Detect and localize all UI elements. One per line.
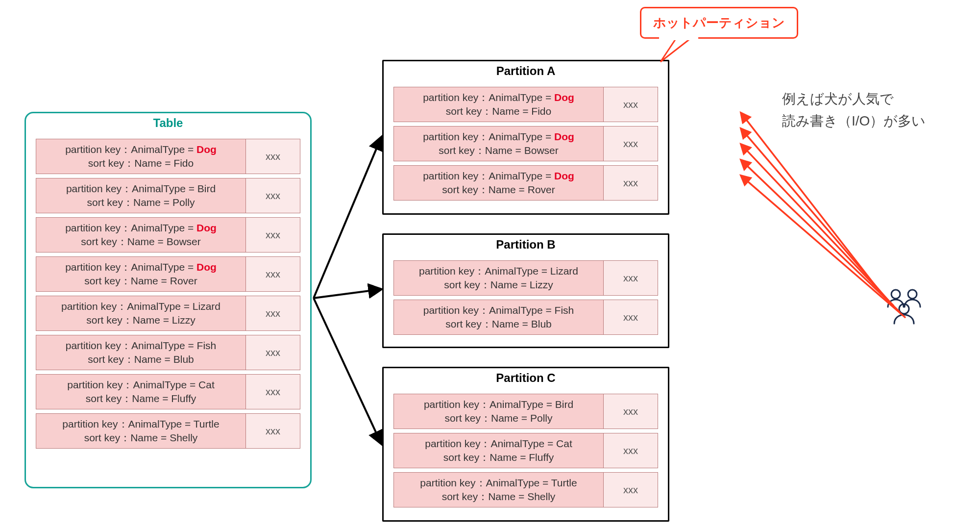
partition-a-partition-key: partition key：AnimalType = Dog <box>423 130 574 144</box>
partition-c-value: xxx <box>604 473 658 507</box>
table-value: xxx <box>246 375 300 409</box>
partition-a-container: Partition A partition key：AnimalType = D… <box>382 60 669 215</box>
partition-a-sort-key: sort key：Name = Fido <box>446 104 551 118</box>
table-container: Table partition key：AnimalType = Dogsort… <box>24 112 312 488</box>
svg-point-1 <box>908 290 917 299</box>
partition-c-value: xxx <box>604 394 658 429</box>
side-annotation-line1: 例えば犬が人気で <box>782 88 926 110</box>
svg-point-0 <box>891 290 900 299</box>
table-keycell: partition key：AnimalType = Dogsort key：N… <box>36 257 246 291</box>
table-partition-key: partition key：AnimalType = Fish <box>66 339 217 353</box>
table-row: partition key：AnimalType = Catsort key：N… <box>36 374 300 409</box>
partition-c-sort-key: sort key：Name = Polly <box>445 411 553 425</box>
table-sort-key: sort key：Name = Bowser <box>81 235 201 249</box>
partition-b-rows: partition key：AnimalType = Lizardsort ke… <box>384 260 668 335</box>
partition-c-partition-key: partition key：AnimalType = Turtle <box>420 476 577 490</box>
partition-b-title: Partition B <box>384 235 668 256</box>
table-sort-key: sort key：Name = Rover <box>84 274 197 288</box>
partition-a-value: xxx <box>604 87 658 122</box>
table-value: xxx <box>246 296 300 330</box>
partition-a-partition-key: partition key：AnimalType = Dog <box>423 169 574 183</box>
table-row: partition key：AnimalType = Dogsort key：N… <box>36 139 300 174</box>
table-partition-key: partition key：AnimalType = Dog <box>65 143 217 156</box>
table-partition-key: partition key：AnimalType = Bird <box>66 182 216 196</box>
partition-b-partition-key: partition key：AnimalType = Fish <box>423 303 574 317</box>
table-keycell: partition key：AnimalType = Turtlesort ke… <box>36 414 246 448</box>
table-sort-key: sort key：Name = Fluffy <box>86 392 196 405</box>
partition-a-row: partition key：AnimalType = Dogsort key：N… <box>393 87 658 122</box>
table-keycell: partition key：AnimalType = Catsort key：N… <box>36 375 246 409</box>
partition-b-value: xxx <box>604 300 658 334</box>
partition-c-partition-key: partition key：AnimalType = Cat <box>425 437 572 451</box>
table-row: partition key：AnimalType = Turtlesort ke… <box>36 413 300 449</box>
table-sort-key: sort key：Name = Lizzy <box>86 313 195 327</box>
partition-a-sort-key: sort key：Name = Rover <box>442 183 555 197</box>
table-row: partition key：AnimalType = Fishsort key：… <box>36 335 300 370</box>
partition-c-keycell: partition key：AnimalType = Turtlesort ke… <box>394 473 604 507</box>
partition-c-row: partition key：AnimalType = Turtlesort ke… <box>393 472 658 507</box>
partition-b-value: xxx <box>604 261 658 295</box>
table-sort-key: sort key：Name = Shelly <box>84 431 198 445</box>
table-partition-key: partition key：AnimalType = Lizard <box>61 300 220 313</box>
table-partition-key: partition key：AnimalType = Turtle <box>62 417 219 431</box>
table-keycell: partition key：AnimalType = Lizardsort ke… <box>36 296 246 330</box>
partition-a-value: xxx <box>604 126 658 161</box>
partition-b-keycell: partition key：AnimalType = Lizardsort ke… <box>394 261 604 295</box>
partition-c-value: xxx <box>604 433 658 468</box>
partition-c-sort-key: sort key：Name = Fluffy <box>443 451 554 464</box>
partition-c-row: partition key：AnimalType = Birdsort key：… <box>393 394 658 429</box>
svg-line-5 <box>314 298 381 444</box>
table-rows: partition key：AnimalType = Dogsort key：N… <box>26 139 310 449</box>
partition-a-partition-key: partition key：AnimalType = Dog <box>423 91 574 104</box>
io-arrows <box>741 113 906 318</box>
table-row: partition key：AnimalType = Lizardsort ke… <box>36 296 300 331</box>
partition-a-keycell: partition key：AnimalType = Dogsort key：N… <box>394 166 604 200</box>
partition-b-row: partition key：AnimalType = Lizardsort ke… <box>393 260 658 296</box>
side-annotation: 例えば犬が人気で 読み書き（I/O）が多い <box>782 88 926 132</box>
svg-line-7 <box>741 113 882 294</box>
partition-b-partition-key: partition key：AnimalType = Lizard <box>419 264 578 278</box>
partition-c-keycell: partition key：AnimalType = Birdsort key：… <box>394 394 604 429</box>
table-row: partition key：AnimalType = Birdsort key：… <box>36 178 300 213</box>
users-icon <box>882 287 926 328</box>
table-keycell: partition key：AnimalType = Dogsort key：N… <box>36 139 246 174</box>
table-value: xxx <box>246 257 300 291</box>
table-value: xxx <box>246 178 300 213</box>
partition-b-sort-key: sort key：Name = Lizzy <box>444 278 553 292</box>
partition-c-row: partition key：AnimalType = Catsort key：N… <box>393 433 658 468</box>
partition-a-row: partition key：AnimalType = Dogsort key：N… <box>393 165 658 201</box>
partition-a-row: partition key：AnimalType = Dogsort key：N… <box>393 126 658 161</box>
callout-tail <box>661 38 691 62</box>
partition-a-rows: partition key：AnimalType = Dogsort key：N… <box>384 87 668 201</box>
partition-c-keycell: partition key：AnimalType = Catsort key：N… <box>394 433 604 468</box>
partition-c-container: Partition C partition key：AnimalType = B… <box>382 367 669 522</box>
partition-a-keycell: partition key：AnimalType = Dogsort key：N… <box>394 126 604 161</box>
partition-c-rows: partition key：AnimalType = Birdsort key：… <box>384 394 668 507</box>
table-partition-key: partition key：AnimalType = Cat <box>67 378 215 392</box>
table-partition-key: partition key：AnimalType = Dog <box>65 221 217 235</box>
svg-line-11 <box>741 176 906 318</box>
partition-a-keycell: partition key：AnimalType = Dogsort key：N… <box>394 87 604 122</box>
table-value: xxx <box>246 139 300 174</box>
table-sort-key: sort key：Name = Polly <box>87 196 195 209</box>
table-row: partition key：AnimalType = Dogsort key：N… <box>36 217 300 253</box>
partition-c-partition-key: partition key：AnimalType = Bird <box>424 398 573 411</box>
partition-a-sort-key: sort key：Name = Bowser <box>439 144 559 157</box>
svg-line-10 <box>741 160 900 312</box>
partition-a-title: Partition A <box>384 61 668 83</box>
table-value: xxx <box>246 218 300 252</box>
partition-b-keycell: partition key：AnimalType = Fishsort key：… <box>394 300 604 334</box>
side-annotation-line2: 読み書き（I/O）が多い <box>782 110 926 132</box>
partition-c-title: Partition C <box>384 368 668 390</box>
table-title: Table <box>26 113 310 135</box>
table-value: xxx <box>246 335 300 370</box>
hot-partition-callout: ホットパーティション <box>640 7 798 39</box>
svg-line-3 <box>314 137 381 298</box>
partition-b-row: partition key：AnimalType = Fishsort key：… <box>393 300 658 335</box>
svg-line-9 <box>741 144 894 306</box>
table-row: partition key：AnimalType = Dogsort key：N… <box>36 256 300 292</box>
svg-line-4 <box>314 289 381 298</box>
partition-b-sort-key: sort key：Name = Blub <box>445 317 552 331</box>
table-keycell: partition key：AnimalType = Fishsort key：… <box>36 335 246 370</box>
partition-c-sort-key: sort key：Name = Shelly <box>442 490 556 504</box>
